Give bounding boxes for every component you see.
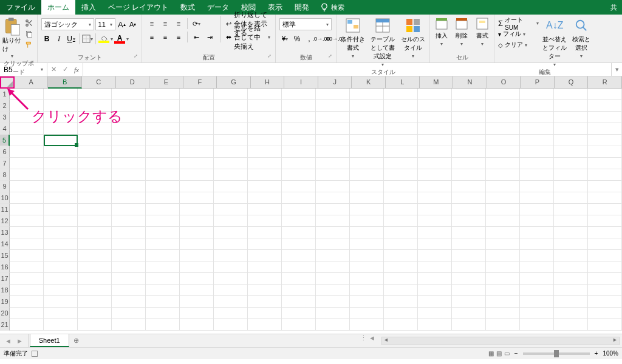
cell[interactable] [452,181,486,192]
cell[interactable] [486,227,520,238]
cell[interactable] [350,89,384,100]
cell[interactable] [452,238,486,250]
font-name-combo[interactable]: 游ゴシック▾ [41,18,94,30]
cell[interactable] [146,261,180,273]
cell[interactable] [10,181,44,192]
cell[interactable] [180,135,214,146]
cell[interactable] [418,261,452,273]
cell[interactable] [44,100,78,112]
cell[interactable] [452,319,486,331]
cell[interactable] [452,285,486,296]
col-header-G[interactable]: G [217,76,251,88]
cell[interactable] [180,158,214,169]
cell[interactable] [180,308,214,319]
cell[interactable] [146,204,180,215]
row-header-2[interactable]: 2 [0,100,10,112]
cell[interactable] [384,261,418,273]
tell-me-search[interactable]: 検索 [315,0,349,15]
cell[interactable] [112,308,146,319]
cell[interactable] [10,261,44,273]
cell[interactable] [282,296,316,308]
cell[interactable] [418,100,452,112]
cell[interactable] [384,308,418,319]
cell[interactable] [44,215,78,227]
cell[interactable] [78,273,112,285]
cell[interactable] [588,135,622,146]
cell[interactable] [418,296,452,308]
insert-function-button[interactable]: fx [74,66,79,73]
cell[interactable] [112,319,146,331]
cell[interactable] [44,261,78,273]
cell[interactable] [588,112,622,123]
cell[interactable] [588,146,622,158]
cell[interactable] [554,308,588,319]
cell[interactable] [282,227,316,238]
cell[interactable] [214,100,248,112]
cell[interactable] [452,123,486,135]
cell[interactable] [44,285,78,296]
col-header-P[interactable]: P [521,76,555,88]
cell[interactable] [350,158,384,169]
cell[interactable] [350,112,384,123]
cell[interactable] [316,273,350,285]
cell[interactable] [384,192,418,204]
cell[interactable] [282,100,316,112]
cell[interactable] [248,308,282,319]
bold-button[interactable]: B [41,33,52,45]
cell[interactable] [486,296,520,308]
decrease-font-button[interactable]: A▾ [128,19,138,30]
cell[interactable] [486,204,520,215]
cell[interactable] [282,308,316,319]
cell[interactable] [316,181,350,192]
cell[interactable] [384,181,418,192]
cell[interactable] [78,250,112,261]
cell[interactable] [248,169,282,181]
cell[interactable] [554,273,588,285]
cell[interactable] [486,112,520,123]
cell[interactable] [554,296,588,308]
cell[interactable] [78,261,112,273]
cell[interactable] [214,285,248,296]
cell[interactable] [282,319,316,331]
cell[interactable] [554,204,588,215]
cell[interactable] [554,158,588,169]
cell[interactable] [180,192,214,204]
cell[interactable] [44,204,78,215]
cell[interactable] [588,238,622,250]
cell[interactable] [486,169,520,181]
cell[interactable] [10,308,44,319]
enter-formula-button[interactable]: ✓ [63,66,68,73]
cell[interactable] [554,100,588,112]
cell[interactable] [248,238,282,250]
cell[interactable] [520,296,554,308]
cell[interactable] [486,319,520,331]
cell[interactable] [350,250,384,261]
cell[interactable] [10,215,44,227]
cell[interactable] [180,273,214,285]
cell[interactable] [248,158,282,169]
cell[interactable] [78,285,112,296]
cell[interactable] [248,273,282,285]
tab-home[interactable]: ホーム [41,0,75,15]
increase-indent-button[interactable]: ⇥ [203,32,216,42]
cell[interactable] [10,296,44,308]
cell[interactable] [588,250,622,261]
cell[interactable] [452,146,486,158]
col-header-N[interactable]: N [453,76,487,88]
cell[interactable] [10,158,44,169]
col-header-A[interactable]: A [15,76,49,88]
cell[interactable] [180,285,214,296]
cell[interactable] [180,181,214,192]
cell[interactable] [146,158,180,169]
cell[interactable] [78,158,112,169]
cell[interactable] [248,192,282,204]
cell[interactable] [588,181,622,192]
cell[interactable] [180,227,214,238]
cell[interactable] [486,135,520,146]
horizontal-scrollbar[interactable] [381,337,620,345]
cell[interactable] [78,204,112,215]
cell[interactable] [146,146,180,158]
row-header-8[interactable]: 8 [0,169,10,181]
borders-button[interactable]: ▾ [82,33,93,45]
cell[interactable] [44,308,78,319]
